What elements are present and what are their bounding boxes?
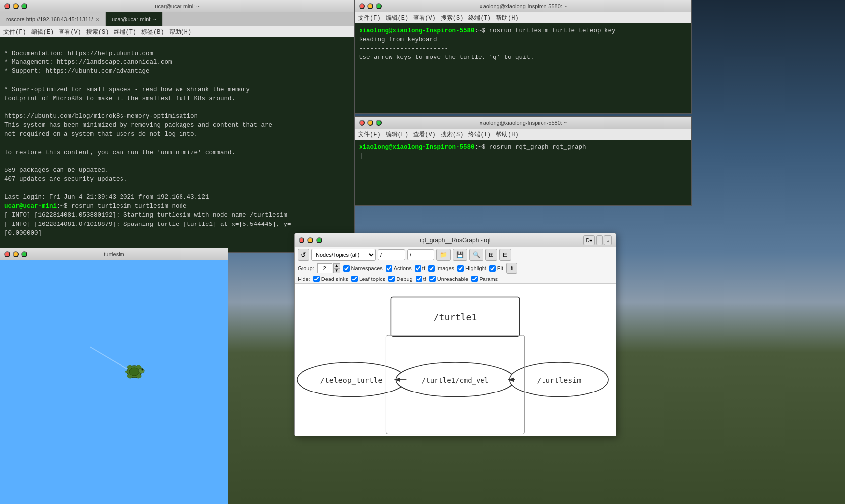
close-button[interactable] [4,3,10,9]
rqt-d-button[interactable]: D▾ [583,235,594,245]
turtlesim-label: /turtlesim [537,376,581,385]
rqt-zoom2-button[interactable]: ⊞ [485,249,497,261]
minimize-button[interactable] [13,3,19,9]
leaftopics-checkbox-group[interactable]: Leaf topics [351,276,385,282]
rtt-menu-edit[interactable]: 编辑(E) [386,14,409,22]
minimize-button-ts[interactable] [13,251,19,257]
terminal-right-top-title: xiaolong@xiaolong-Inspiron-5580: ~ [480,3,567,9]
debug-checkbox-group[interactable]: Debug [388,276,412,282]
rqt-o-button[interactable]: ○ [604,235,612,245]
actions-checkbox-group[interactable]: Actions [386,265,412,272]
content-minimized2: not required on a system that users do n… [4,130,350,139]
menu-search[interactable]: 搜索(S) [86,28,109,36]
rqt-filter2-input[interactable] [407,249,434,260]
leaftopics-checkbox[interactable] [351,276,358,282]
rtb-menu-search[interactable]: 搜索(S) [441,130,464,139]
menu-edit[interactable]: 编辑(E) [31,28,54,36]
rtb-menu-file2[interactable]: 文件(F) [358,130,381,139]
rtb-menu-edit[interactable]: 编辑(E) [386,130,409,139]
maximize-button-rt[interactable] [376,3,382,9]
spin-up[interactable]: ▲ [333,263,340,268]
tf-label: tf [422,265,425,271]
rtt-menu-help[interactable]: 帮助(H) [496,14,519,22]
unreachable-checkbox[interactable] [429,276,436,282]
content-blank1 [4,40,350,49]
rqt-info-button[interactable]: ℹ [506,263,517,274]
rtb-menu-help[interactable]: 帮助(H) [496,130,519,139]
menu-file[interactable]: 文件(F) [3,28,26,36]
rqt-close-button[interactable] [299,237,304,243]
tf-checkbox[interactable] [415,265,421,272]
rqt-nodes-dropdown[interactable]: Nodes/Topics (all) Nodes only Topics onl… [311,249,376,261]
highlight-checkbox-group[interactable]: Highlight [457,265,486,272]
rtb-menu-terminal[interactable]: 终端(T) [468,130,491,139]
hide-label: Hide: [298,276,310,282]
tab-roscore[interactable]: roscore http://192.168.43.45:11311/ ✕ [0,12,106,26]
fit-checkbox[interactable] [489,265,496,272]
images-checkbox[interactable] [428,265,435,272]
deadsinks-checkbox-group[interactable]: Dead sinks [313,276,348,282]
svg-point-2 [129,368,139,376]
highlight-checkbox[interactable] [457,265,464,272]
turtle-icon [120,357,149,387]
maximize-button-ts[interactable] [21,251,27,257]
namespaces-checkbox[interactable] [343,265,350,272]
content-blank2 [4,76,350,85]
deadsinks-checkbox[interactable] [313,276,320,282]
spin-down[interactable]: ▼ [333,268,340,273]
terminal-left-content: * Documentation: https://help.ubuntu.com… [0,37,354,252]
menu-terminal[interactable]: 终端(T) [114,28,136,36]
rqt-save-button[interactable]: 💾 [453,249,467,261]
menu-help[interactable]: 帮助(H) [169,28,192,36]
terminal-right-bottom-window: xiaolong@xiaolong-Inspiron-5580: ~ 文件(F)… [355,116,692,206]
tf2-checkbox-group[interactable]: tf [416,276,426,282]
tab-close-icon[interactable]: ✕ [96,16,99,23]
tf-checkbox-group[interactable]: tf [415,265,425,272]
rtt-output1: Reading from keyboard [359,35,687,44]
close-button-rt[interactable] [359,3,365,9]
turtlesim-window: turtlesim [0,248,228,504]
rqt-filter1-input[interactable] [378,249,405,260]
rqt-minimize-button[interactable] [307,237,313,243]
rtt-menu-view[interactable]: 查看(V) [413,14,436,22]
rtb-menu-view[interactable]: 查看(V) [413,130,436,139]
unreachable-checkbox-group[interactable]: Unreachable [429,276,468,282]
tab-ucar[interactable]: ucar@ucar-mini: ~ [106,12,163,26]
terminal-right-bottom-content: xiaolong@xiaolong-Inspiron-5580:~$ rosru… [355,140,691,205]
close-button-rb[interactable] [359,120,365,126]
params-checkbox[interactable] [471,276,478,282]
maximize-button[interactable] [21,3,27,9]
rqt-dash-button[interactable]: - [596,235,603,245]
maximize-button-rb[interactable] [376,120,382,126]
tab-ucar-label: ucar@ucar-mini: ~ [112,16,156,22]
fit-checkbox-group[interactable]: Fit [489,265,503,272]
menu-tags[interactable]: 标签(B) [141,28,164,36]
params-checkbox-group[interactable]: Params [471,276,498,282]
rtt-menu-terminal[interactable]: 终端(T) [468,14,491,22]
rqt-folder-button[interactable]: 📁 [436,249,451,261]
minimize-button-rt[interactable] [367,3,373,9]
rtt-prompt-user: xiaolong@xiaolong-Inspiron-5580 [359,27,475,34]
actions-checkbox[interactable] [386,265,392,272]
content-blank4 [4,139,350,148]
rqt-zoom3-button[interactable]: ⊟ [499,249,511,261]
menu-view[interactable]: 查看(V) [59,28,81,36]
close-button-ts[interactable] [4,251,10,257]
rtt-menu-search[interactable]: 搜索(S) [441,14,464,22]
prompt-separator: :~$ rosrun turtlesim turtlesim node [57,203,187,210]
terminal-left-menubar: 文件(F) 编辑(E) 查看(V) 搜索(S) 终端(T) 标签(B) 帮助(H… [0,26,354,37]
rqt-maximize-button[interactable] [316,237,322,243]
debug-checkbox[interactable] [388,276,395,282]
tf2-label: tf [423,276,426,282]
group-spinner[interactable]: ▲ ▼ [317,263,340,273]
namespaces-checkbox-group[interactable]: Namespaces [343,265,383,272]
group-input[interactable] [317,263,332,273]
cmd-vel-label: /turtle1/cmd_vel [422,376,488,385]
rtt-menu-file[interactable]: 文件(F) [358,14,381,22]
rqt-zoom-button[interactable]: 🔍 [469,249,483,261]
tf2-checkbox[interactable] [416,276,422,282]
minimize-button-rb[interactable] [367,120,373,126]
images-label: Images [436,265,454,271]
rqt-refresh-button[interactable]: ↺ [298,249,309,261]
images-checkbox-group[interactable]: Images [428,265,454,272]
